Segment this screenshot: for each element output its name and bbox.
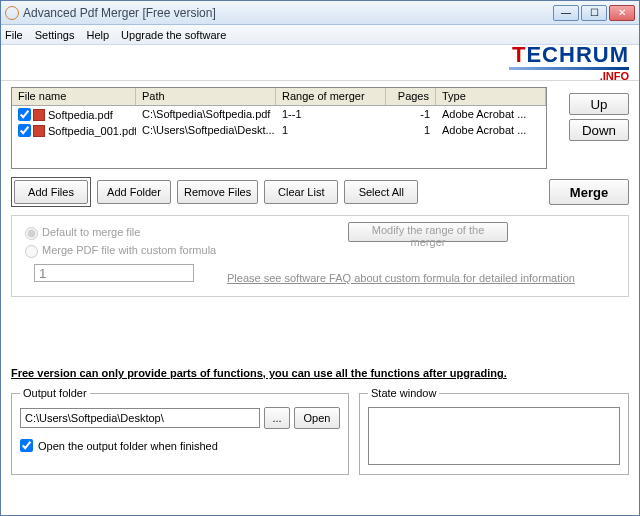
merge-options-group: Default to merge file Modify the range o… bbox=[11, 215, 629, 297]
cell-pages: -1 bbox=[386, 108, 436, 120]
maximize-button[interactable]: ☐ bbox=[581, 5, 607, 21]
col-header-filename[interactable]: File name bbox=[12, 88, 136, 105]
menu-upgrade[interactable]: Upgrade the software bbox=[121, 29, 226, 41]
open-when-done-checkbox[interactable] bbox=[20, 439, 33, 452]
logo-bar: TECHRUM .INFO bbox=[1, 45, 639, 81]
add-files-frame: Add Files bbox=[11, 177, 91, 207]
add-files-button[interactable]: Add Files bbox=[14, 180, 88, 204]
col-header-pages[interactable]: Pages bbox=[386, 88, 436, 105]
add-folder-button[interactable]: Add Folder bbox=[97, 180, 171, 204]
file-list-table[interactable]: File name Path Range of merger Pages Typ… bbox=[11, 87, 547, 169]
minimize-button[interactable]: — bbox=[553, 5, 579, 21]
table-row[interactable]: Softpedia.pdf C:\Softpedia\Softpedia.pdf… bbox=[12, 106, 546, 122]
state-window-legend: State window bbox=[368, 387, 439, 399]
menu-help[interactable]: Help bbox=[86, 29, 109, 41]
col-header-range[interactable]: Range of merger bbox=[276, 88, 386, 105]
table-row[interactable]: Softpedia_001.pdf C:\Users\Softpedia\Des… bbox=[12, 122, 546, 138]
row-checkbox[interactable] bbox=[18, 124, 31, 137]
browse-button[interactable]: ... bbox=[264, 407, 290, 429]
formula-input bbox=[34, 264, 194, 282]
remove-files-button[interactable]: Remove Files bbox=[177, 180, 258, 204]
logo-text-echrum: ECHRUM bbox=[526, 44, 629, 66]
app-icon bbox=[5, 6, 19, 20]
cell-type: Adobe Acrobat ... bbox=[436, 124, 546, 136]
up-button[interactable]: Up bbox=[569, 93, 629, 115]
down-button[interactable]: Down bbox=[569, 119, 629, 141]
select-all-button[interactable]: Select All bbox=[344, 180, 418, 204]
row-checkbox[interactable] bbox=[18, 108, 31, 121]
pdf-icon bbox=[33, 109, 45, 121]
state-window-group: State window bbox=[359, 387, 629, 475]
default-merge-label: Default to merge file bbox=[42, 226, 140, 238]
pdf-icon bbox=[33, 125, 45, 137]
col-header-type[interactable]: Type bbox=[436, 88, 546, 105]
custom-formula-radio bbox=[25, 245, 38, 258]
col-header-path[interactable]: Path bbox=[136, 88, 276, 105]
open-button[interactable]: Open bbox=[294, 407, 340, 429]
open-when-done-label: Open the output folder when finished bbox=[38, 440, 218, 452]
cell-filename: Softpedia.pdf bbox=[48, 109, 113, 121]
close-button[interactable]: ✕ bbox=[609, 5, 635, 21]
brand-logo: TECHRUM .INFO bbox=[509, 44, 629, 82]
output-folder-group: Output folder ... Open Open the output f… bbox=[11, 387, 349, 475]
default-merge-radio bbox=[25, 227, 38, 240]
custom-formula-label: Merge PDF file with custom formula bbox=[42, 244, 216, 256]
cell-filename: Softpedia_001.pdf bbox=[48, 125, 136, 137]
cell-path: C:\Softpedia\Softpedia.pdf bbox=[136, 108, 276, 120]
titlebar: Advanced Pdf Merger [Free version] — ☐ ✕ bbox=[1, 1, 639, 25]
cell-type: Adobe Acrobat ... bbox=[436, 108, 546, 120]
menu-settings[interactable]: Settings bbox=[35, 29, 75, 41]
logo-text-info: .INFO bbox=[600, 71, 629, 82]
cell-range: 1--1 bbox=[276, 108, 386, 120]
logo-letter-t: T bbox=[512, 44, 526, 66]
state-window-textarea[interactable] bbox=[368, 407, 620, 465]
cell-path: C:\Users\Softpedia\Deskt... bbox=[136, 124, 276, 136]
output-path-input[interactable] bbox=[20, 408, 260, 428]
menu-file[interactable]: File bbox=[5, 29, 23, 41]
modify-range-button: Modify the range of the merger bbox=[348, 222, 508, 242]
merge-button[interactable]: Merge bbox=[549, 179, 629, 205]
clear-list-button[interactable]: Clear List bbox=[264, 180, 338, 204]
faq-link[interactable]: Please see software FAQ about custom for… bbox=[227, 272, 575, 284]
output-folder-legend: Output folder bbox=[20, 387, 90, 399]
upgrade-note: Free version can only provide parts of f… bbox=[11, 367, 629, 379]
cell-range: 1 bbox=[276, 124, 386, 136]
window-title: Advanced Pdf Merger [Free version] bbox=[23, 6, 553, 20]
cell-pages: 1 bbox=[386, 124, 436, 136]
